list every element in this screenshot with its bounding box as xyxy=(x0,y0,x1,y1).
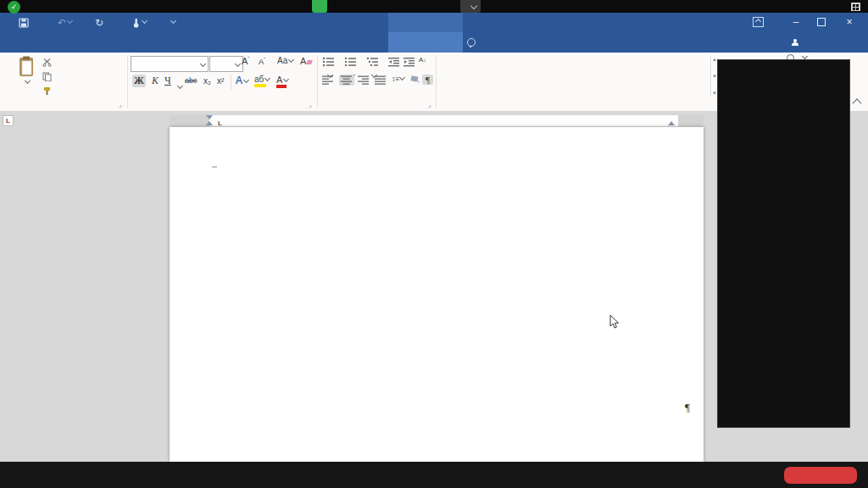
justify-icon xyxy=(375,75,387,85)
chevron-down-icon xyxy=(470,3,477,9)
underline-button[interactable]: Ч xyxy=(164,75,171,87)
tab-stop-marker[interactable]: L xyxy=(218,119,222,127)
decrease-indent-button[interactable] xyxy=(388,57,400,67)
font-color-swatch xyxy=(276,85,287,88)
separator xyxy=(231,75,231,90)
format-painter-button[interactable] xyxy=(42,86,55,96)
increase-indent-icon xyxy=(403,57,415,67)
stray-mark xyxy=(212,166,217,168)
text-effects-button[interactable]: А xyxy=(236,75,248,86)
grow-font-button[interactable]: Аˆ xyxy=(242,56,249,66)
line-spacing-button[interactable]: ↕≡ xyxy=(392,75,404,83)
ribbon-tab-row xyxy=(0,32,868,53)
embedded-chart[interactable] xyxy=(170,178,704,407)
customize-qat-button[interactable] xyxy=(170,13,175,32)
view-button[interactable] xyxy=(851,0,864,13)
clipboard-icon xyxy=(17,56,36,78)
align-left-button[interactable] xyxy=(322,75,334,85)
first-line-indent-marker[interactable] xyxy=(206,115,213,119)
zoom-video-panel xyxy=(717,59,850,428)
chevron-down-icon xyxy=(802,53,808,59)
cut-button[interactable] xyxy=(42,58,55,67)
tab-format[interactable] xyxy=(388,32,463,53)
shading-button[interactable] xyxy=(410,75,420,84)
zoom-top-strip xyxy=(0,0,868,13)
save-button[interactable] xyxy=(19,13,29,32)
format-painter-icon xyxy=(42,86,52,96)
restore-button[interactable] xyxy=(810,13,833,32)
share-document-button[interactable] xyxy=(792,32,802,53)
font-name-combo[interactable] xyxy=(131,56,209,72)
group-separator xyxy=(317,55,318,108)
font-size-combo[interactable] xyxy=(209,56,243,72)
copy-icon xyxy=(42,72,52,81)
restore-icon xyxy=(817,18,826,26)
align-right-button[interactable] xyxy=(358,75,370,85)
chevron-down-icon xyxy=(243,77,249,83)
group-separator xyxy=(436,55,437,108)
multilevel-list-icon xyxy=(366,57,380,67)
security-shield-icon: ✓ xyxy=(8,1,20,14)
justify-button[interactable] xyxy=(375,75,387,85)
undo-button[interactable]: ↶ xyxy=(58,13,72,32)
grid-view-icon xyxy=(851,3,860,11)
chevron-down-icon xyxy=(177,83,183,89)
mouse-cursor xyxy=(609,314,620,333)
tab-stop-selector[interactable]: L xyxy=(3,115,14,126)
numbered-list-icon xyxy=(344,57,358,67)
change-case-button[interactable]: Аа xyxy=(277,56,293,65)
bold-button[interactable]: Ж xyxy=(132,75,146,87)
paragraph-dialog-launcher[interactable]: ⌟ xyxy=(428,101,431,108)
scissors-icon xyxy=(42,58,52,67)
touch-mode-button[interactable] xyxy=(131,13,147,32)
person-icon xyxy=(792,39,798,47)
zoom-toolbar xyxy=(0,462,868,488)
contextual-tab-group-label xyxy=(388,13,463,32)
highlight-color-button[interactable]: аб xyxy=(254,75,270,87)
paragraph-mark: ¶ xyxy=(685,401,690,414)
font-dialog-launcher[interactable]: ⌟ xyxy=(309,101,312,108)
eraser-icon xyxy=(306,60,313,64)
redo-button[interactable]: ↻ xyxy=(95,13,103,32)
increase-indent-button[interactable] xyxy=(403,57,415,67)
horizontal-ruler: L xyxy=(170,115,704,126)
ruler-writable-zone xyxy=(209,115,678,126)
document-page[interactable]: ¶ xyxy=(170,127,704,462)
view-settings-button[interactable] xyxy=(460,0,481,13)
paste-button[interactable] xyxy=(10,56,42,103)
chevron-down-icon xyxy=(170,18,176,24)
ribbon-display-options-button[interactable] xyxy=(753,17,764,27)
chevron-down-icon xyxy=(142,18,147,24)
chevron-down-icon xyxy=(399,75,405,80)
superscript-button[interactable]: х² xyxy=(217,76,224,86)
show-marks-button[interactable]: ¶ xyxy=(422,75,433,85)
minimize-button[interactable]: – xyxy=(784,13,808,32)
chevron-down-icon xyxy=(283,76,289,82)
copy-button[interactable] xyxy=(42,72,55,81)
touch-mode-icon xyxy=(131,18,141,28)
end-meeting-button[interactable] xyxy=(784,467,857,484)
font-color-button[interactable]: А xyxy=(276,75,288,88)
clear-formatting-button[interactable]: А xyxy=(300,56,312,66)
hanging-indent-marker[interactable] xyxy=(206,121,213,125)
clipboard-dialog-launcher[interactable]: ⌟ xyxy=(119,101,122,108)
highlight-swatch xyxy=(254,84,266,87)
align-left-icon xyxy=(322,75,334,85)
subscript-button[interactable]: х₂ xyxy=(203,76,211,86)
underline-options[interactable] xyxy=(176,78,182,93)
shrink-font-button[interactable]: Аˇ xyxy=(259,57,265,66)
chevron-down-icon xyxy=(67,18,73,24)
align-right-icon xyxy=(358,75,370,85)
tell-me-box[interactable] xyxy=(467,32,480,53)
chevron-down-icon xyxy=(264,75,270,81)
decrease-indent-icon xyxy=(388,57,400,67)
chevron-down-icon xyxy=(24,78,30,84)
group-separator xyxy=(127,55,128,108)
sort-button[interactable]: А↓ xyxy=(419,56,426,64)
right-indent-marker[interactable] xyxy=(668,121,675,125)
align-center-button[interactable] xyxy=(339,75,354,86)
close-button[interactable]: × xyxy=(837,13,861,32)
italic-button[interactable]: К xyxy=(149,75,161,87)
strikethrough-button[interactable]: abс xyxy=(185,76,198,85)
align-center-icon xyxy=(341,75,353,85)
